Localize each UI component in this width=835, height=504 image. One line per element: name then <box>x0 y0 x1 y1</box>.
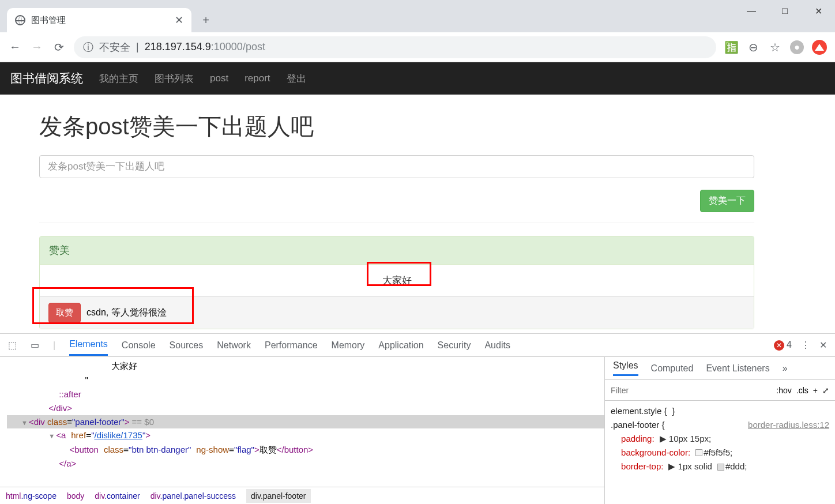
devtools-tab-performance[interactable]: Performance <box>265 336 318 355</box>
styles-filter-input[interactable] <box>611 386 772 395</box>
devtools-tab-sources[interactable]: Sources <box>170 336 204 355</box>
window-close-button[interactable]: ✕ <box>802 0 835 22</box>
zoom-icon[interactable]: ⊖ <box>746 40 760 54</box>
bookmark-icon[interactable]: ☆ <box>768 40 782 54</box>
devtools-tab-network[interactable]: Network <box>217 336 251 355</box>
submit-button[interactable]: 赞美一下 <box>700 190 754 212</box>
devtools-tab-application[interactable]: Application <box>378 336 423 355</box>
hov-toggle[interactable]: :hov <box>776 386 791 395</box>
inspect-icon[interactable]: ⬚ <box>8 340 17 351</box>
globe-icon <box>15 15 25 25</box>
new-tab-button[interactable]: + <box>197 12 215 29</box>
pin-icon[interactable]: ⤢ <box>822 386 829 395</box>
post-input[interactable] <box>39 155 754 178</box>
cls-toggle[interactable]: .cls <box>796 386 808 395</box>
styles-pane[interactable]: element.style { } border-radius.less:12.… <box>605 401 835 504</box>
url-text: 218.197.154.9:10000/post <box>145 41 265 53</box>
divider <box>39 223 754 223</box>
dislike-button[interactable]: 取赞 <box>48 303 81 323</box>
post-panel: 赞美 大家好 取赞 csdn, 等人觉得很淦 <box>39 236 754 329</box>
close-tab-icon[interactable]: ✕ <box>175 14 183 27</box>
devtools-tab-memory[interactable]: Memory <box>332 336 365 355</box>
add-rule-icon[interactable]: + <box>813 386 818 395</box>
listeners-tab[interactable]: Event Listeners <box>706 363 769 374</box>
devtools-close-icon[interactable]: ✕ <box>819 340 827 351</box>
panel-title: 赞美 <box>40 236 754 265</box>
panel-footer: 取赞 csdn, 等人觉得很淦 <box>40 296 754 329</box>
devtools-menu-icon[interactable]: ⋮ <box>801 340 810 351</box>
tab-title: 图书管理 <box>31 15 66 26</box>
address-bar[interactable]: ⓘ 不安全 | 218.197.154.9:10000/post <box>74 36 716 58</box>
app-navbar: 图书借阅系统 我的主页 图书列表 post report 登出 <box>0 62 835 95</box>
devtools-tab-elements[interactable]: Elements <box>69 334 108 356</box>
security-label: 不安全 <box>99 40 130 54</box>
extension-icon[interactable] <box>812 40 827 55</box>
device-toggle-icon[interactable]: ▭ <box>31 340 39 351</box>
elements-tree[interactable]: 大家好 " ::after </div> ▼<div class="panel-… <box>0 357 604 487</box>
nav-report[interactable]: report <box>245 73 270 84</box>
nav-post[interactable]: post <box>210 73 228 84</box>
computed-tab[interactable]: Computed <box>651 363 694 374</box>
separator: | <box>136 41 139 53</box>
post-body: 大家好 <box>40 265 754 296</box>
info-icon: ⓘ <box>83 40 93 54</box>
more-tabs-icon[interactable]: » <box>783 363 788 374</box>
styles-tab[interactable]: Styles <box>613 360 638 376</box>
reload-button[interactable]: ⟳ <box>52 40 66 54</box>
devtools-panel: ⬚ ▭ | Elements Console Sources Network P… <box>0 333 835 504</box>
breadcrumb[interactable]: html.ng-scope body div.container div.pan… <box>0 487 604 504</box>
profile-icon[interactable]: ● <box>790 40 804 54</box>
error-indicator[interactable]: ✕ 4 <box>774 340 792 351</box>
window-maximize-button[interactable]: □ <box>768 0 802 22</box>
devtools-tab-console[interactable]: Console <box>122 336 156 355</box>
browser-tab[interactable]: 图书管理 ✕ <box>7 8 191 32</box>
app-brand[interactable]: 图书借阅系统 <box>10 70 83 86</box>
back-button[interactable]: ← <box>8 40 22 54</box>
nav-books[interactable]: 图书列表 <box>155 72 194 85</box>
nav-home[interactable]: 我的主页 <box>99 72 138 85</box>
footer-text: csdn, 等人觉得很淦 <box>86 307 167 319</box>
window-minimize-button[interactable]: — <box>735 0 768 22</box>
translate-icon[interactable]: 🈯 <box>724 40 738 54</box>
devtools-tab-security[interactable]: Security <box>438 336 471 355</box>
page-heading: 发条post赞美一下出题人吧 <box>39 111 783 142</box>
forward-button[interactable]: → <box>30 40 44 54</box>
nav-logout[interactable]: 登出 <box>287 72 306 85</box>
devtools-tab-audits[interactable]: Audits <box>484 336 510 355</box>
